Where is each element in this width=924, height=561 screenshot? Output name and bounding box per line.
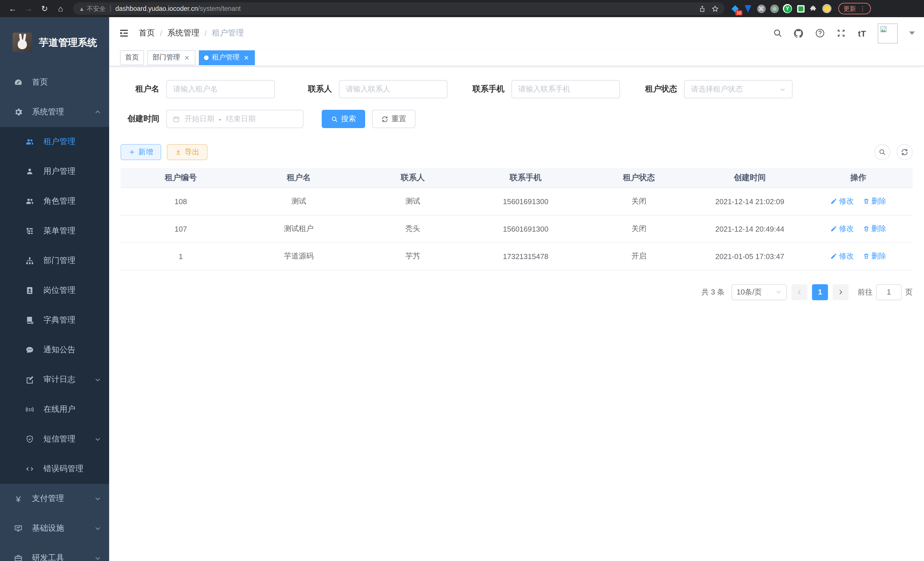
sidebar-item-role-management[interactable]: 角色管理 — [0, 186, 109, 216]
menu-tree-icon — [25, 226, 34, 236]
refresh-icon — [901, 148, 909, 156]
prev-page-button[interactable] — [791, 284, 807, 300]
tab-tenant-management[interactable]: 租户管理 ✕ — [199, 50, 255, 65]
page-size-select[interactable]: 10条/页 — [731, 284, 787, 300]
breadcrumb-section[interactable]: 系统管理 — [167, 28, 200, 38]
chrome-update-button[interactable]: 更新 ⋮ — [838, 3, 871, 14]
font-size-icon[interactable]: tT — [856, 28, 867, 39]
fullscreen-icon[interactable] — [836, 28, 846, 39]
sidebar-item-post-management[interactable]: 岗位管理 — [0, 276, 109, 305]
edit-link[interactable]: 修改 — [830, 196, 854, 206]
next-page-button[interactable] — [832, 284, 849, 300]
sidebar-item-notice-announcement[interactable]: 通知公告 — [0, 335, 109, 365]
goto-page-input[interactable]: 1 — [876, 284, 902, 300]
avatar-dropdown-caret-icon[interactable] — [909, 32, 915, 35]
export-button[interactable]: 导出 — [167, 144, 207, 160]
sidebar-item-tenant-management[interactable]: 租户管理 — [0, 127, 109, 157]
add-button[interactable]: 新增 — [121, 144, 161, 160]
extension-diamond-icon[interactable]: 10 — [730, 4, 740, 13]
status-text: 关闭 — [582, 215, 695, 242]
trash-icon — [863, 198, 870, 205]
sidebar-item-infrastructure[interactable]: 基础设施 — [0, 514, 109, 543]
extension-chat-icon[interactable] — [796, 4, 805, 13]
extensions-puzzle-icon[interactable] — [809, 4, 818, 13]
create-time-range-picker[interactable]: 开始日期 - 结束日期 — [166, 110, 303, 128]
app-title: 芋道管理系统 — [39, 36, 97, 49]
gear-icon — [14, 108, 23, 117]
sidebar-item-system-management[interactable]: 系统管理 — [0, 97, 109, 127]
mobile-input[interactable]: 请输入联系手机 — [512, 80, 620, 98]
dictionary-book-icon — [25, 316, 34, 325]
table-row: 108 测试 测试 15601691300 关闭 2021-12-14 21:0… — [121, 188, 913, 215]
sidebar-item-dict-management[interactable]: 字典管理 — [0, 305, 109, 335]
browser-forward-button[interactable]: → — [22, 4, 35, 13]
page-number-1[interactable]: 1 — [812, 284, 828, 300]
extension-dot-icon[interactable] — [770, 4, 779, 13]
chrome-menu-icon[interactable]: ⋮ — [860, 5, 866, 12]
delete-link[interactable]: 删除 — [863, 196, 886, 206]
col-tenant-id: 租户编号 — [121, 168, 241, 188]
sidebar-item-audit-log[interactable]: 审计日志 — [0, 365, 109, 395]
status-select[interactable]: 请选择租户状态 — [684, 80, 793, 98]
browser-reload-button[interactable]: ↻ — [38, 4, 51, 13]
profile-avatar-icon[interactable] — [822, 4, 831, 13]
status-text: 关闭 — [582, 188, 695, 215]
search-button[interactable]: 搜索 — [322, 110, 365, 128]
sidebar-item-home[interactable]: 首页 — [0, 68, 109, 97]
user-avatar[interactable] — [878, 23, 898, 43]
share-icon[interactable] — [699, 5, 706, 12]
id-badge-icon — [25, 286, 34, 295]
close-tab-icon[interactable]: ✕ — [183, 54, 190, 61]
header-search-icon[interactable] — [772, 28, 783, 39]
extension-command-icon[interactable]: ⌘ — [757, 4, 766, 13]
sidebar-item-department-management[interactable]: 部门管理 — [0, 246, 109, 276]
sidebar-item-dev-tools[interactable]: 研发工具 — [0, 543, 109, 561]
page-content: 租户名 请输入租户名 联系人 请输入联系人 联系手机 — [109, 66, 924, 561]
sidebar-fold-icon[interactable] — [118, 27, 130, 39]
tab-department-management[interactable]: 部门管理 ✕ — [147, 50, 195, 65]
delete-link[interactable]: 删除 — [863, 251, 886, 261]
create-time-label: 创建时间 — [121, 114, 159, 124]
security-warning-icon: ▲ — [79, 5, 85, 12]
browser-home-button[interactable]: ⌂ — [54, 4, 67, 13]
chevron-down-icon — [94, 436, 101, 443]
extension-kite-icon[interactable] — [743, 4, 753, 13]
contact-input[interactable]: 请输入联系人 — [339, 80, 447, 98]
tenant-table: 租户编号 租户名 联系人 联系手机 租户状态 创建时间 操作 108 测试 — [121, 168, 913, 270]
omnibox-divider — [110, 5, 111, 12]
refresh-table-button[interactable] — [897, 144, 913, 160]
extension-y-icon[interactable]: Y — [783, 4, 792, 13]
sidebar-item-online-users[interactable]: 在线用户 — [0, 395, 109, 424]
sidebar-item-user-management[interactable]: 用户管理 — [0, 157, 109, 186]
help-icon[interactable] — [814, 28, 825, 39]
end-date-placeholder: 结束日期 — [226, 114, 256, 124]
col-mobile: 联系手机 — [469, 168, 582, 188]
breadcrumb-current: 租户管理 — [212, 28, 244, 38]
search-icon — [331, 115, 338, 123]
shield-check-icon — [25, 435, 34, 444]
table-row: 107 测试租户 秃头 15601691300 关闭 2021-12-14 20… — [121, 215, 913, 242]
close-tab-icon[interactable]: ✕ — [243, 54, 250, 61]
tenant-name-input[interactable]: 请输入租户名 — [166, 80, 275, 98]
sidebar-item-sms-management[interactable]: 短信管理 — [0, 424, 109, 454]
edit-link[interactable]: 修改 — [830, 251, 854, 261]
tab-home[interactable]: 首页 — [120, 50, 144, 65]
address-bar[interactable]: ▲ 不安全 dashboard.yudao.iocoder.cn/system/… — [73, 2, 724, 15]
breadcrumb-home[interactable]: 首页 — [139, 28, 155, 38]
chevron-down-icon — [779, 86, 786, 92]
reset-button[interactable]: 重置 — [372, 110, 416, 128]
search-form: 租户名 请输入租户名 联系人 请输入联系人 联系手机 — [121, 80, 913, 128]
delete-link[interactable]: 删除 — [863, 224, 886, 234]
toggle-search-button[interactable] — [874, 144, 890, 160]
app-logo[interactable]: 芋道管理系统 — [0, 17, 109, 68]
sidebar-item-payment-management[interactable]: ¥ 支付管理 — [0, 484, 109, 514]
sidebar-item-error-code-management[interactable]: 错误码管理 — [0, 454, 109, 484]
bookmark-star-icon[interactable] — [711, 5, 719, 12]
browser-back-button[interactable]: ← — [6, 4, 19, 13]
comment-dots-icon — [25, 345, 34, 355]
edit-link[interactable]: 修改 — [830, 224, 854, 234]
top-navbar: 首页 / 系统管理 / 租户管理 — [109, 17, 924, 49]
sidebar-item-menu-management[interactable]: 菜单管理 — [0, 216, 109, 246]
github-icon[interactable] — [793, 28, 804, 39]
chevron-down-icon — [94, 525, 101, 532]
